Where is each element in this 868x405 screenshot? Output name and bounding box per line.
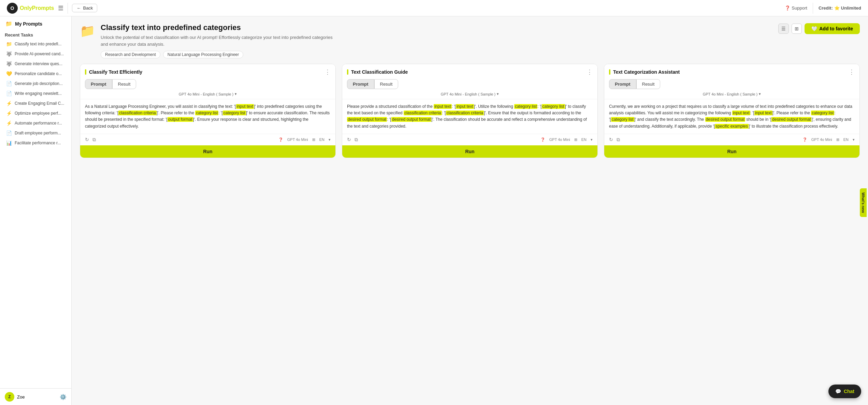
- sidebar-list-item[interactable]: ⚡Optimize employee perf...: [1, 109, 70, 118]
- whats-new-button[interactable]: What's new: [860, 188, 867, 217]
- card-title: Classify Text Efficiently: [89, 69, 142, 75]
- footer-lang-label: EN: [843, 138, 849, 142]
- sidebar-item-icon: 📄: [6, 91, 12, 96]
- tab-prompt[interactable]: Prompt: [85, 79, 112, 89]
- footer-lang-label: EN: [581, 138, 587, 142]
- run-button[interactable]: Run: [80, 145, 335, 158]
- model-select[interactable]: GPT 4o Mini - English ( Sample ) ▾: [342, 89, 597, 99]
- sidebar-list-item[interactable]: 📁Classify text into predefi...: [1, 39, 70, 49]
- highlight: specific examples: [715, 124, 749, 129]
- sidebar-list-item[interactable]: 📄Write engaging newslett...: [1, 89, 70, 98]
- back-button[interactable]: ← Back: [72, 4, 97, 12]
- refresh-icon[interactable]: ↻: [347, 137, 351, 142]
- highlight: classification criteria: [446, 111, 484, 115]
- credit-value: Unlimited: [841, 5, 861, 11]
- sidebar-item-label: Generate interview ques...: [15, 61, 62, 66]
- sidebar-item-label: Facilitate performance r...: [15, 141, 61, 145]
- add-favorite-button[interactable]: 🤍 Add to favorite: [805, 23, 860, 34]
- grid-icon: ⊞: [312, 138, 315, 142]
- sidebar-list-item[interactable]: 💛Personalize candidate o...: [1, 69, 70, 78]
- star-icon: ⭐: [834, 5, 840, 11]
- prompt-card: Classify Text Efficiently ⋮ PromptResult…: [80, 64, 336, 158]
- footer-model-label: GPT 4o Mini: [549, 138, 570, 142]
- sidebar-list-item[interactable]: ⚡Create Engaging Email C...: [1, 99, 70, 108]
- sidebar-footer: Z Zoe ⚙️: [0, 388, 71, 405]
- footer-support-icon: ❓: [278, 138, 283, 142]
- page-header: 📁 Classify text into predefined categori…: [80, 23, 860, 58]
- card-tabs: PromptResult: [604, 76, 859, 89]
- tab-prompt[interactable]: Prompt: [609, 79, 636, 89]
- sidebar-list-item[interactable]: 🐺Generate interview ques...: [1, 59, 70, 69]
- menu-icon[interactable]: ☰: [58, 4, 63, 12]
- page-tag: Research and Development: [101, 51, 160, 58]
- logo: O OnlyPrompts: [7, 3, 54, 14]
- card-footer: ↻ ⧉ ❓ GPT 4o Mini ⊞ EN ▾: [80, 134, 335, 145]
- support-label: Support: [792, 5, 807, 11]
- header-content: Classify text into predefined categories…: [101, 23, 773, 58]
- footer-info: ❓ GPT 4o Mini ⊞ EN ▾: [802, 138, 855, 142]
- back-label: Back: [83, 5, 93, 11]
- card-menu-icon[interactable]: ⋮: [849, 68, 855, 76]
- grid-icon: ⊞: [574, 138, 577, 142]
- highlight: desired output format: [391, 117, 431, 122]
- recent-tasks-label: Recent Tasks: [5, 32, 33, 38]
- refresh-icon[interactable]: ↻: [85, 137, 89, 142]
- chevron-down-icon-footer: ▾: [329, 138, 331, 142]
- card-body: Please provide a structured classificati…: [342, 99, 597, 134]
- card-header: Classify Text Efficiently ⋮: [80, 64, 335, 76]
- card-menu-icon[interactable]: ⋮: [587, 68, 593, 76]
- model-select[interactable]: GPT 4o Mini - English ( Sample ) ▾: [604, 89, 859, 99]
- settings-icon[interactable]: ⚙️: [60, 394, 67, 400]
- sidebar: 📁 My Prompts Recent Tasks 📁Classify text…: [0, 16, 72, 405]
- avatar: Z: [5, 392, 14, 402]
- card-accent: [609, 69, 610, 75]
- highlight: input text: [754, 111, 772, 115]
- copy-icon[interactable]: ⧉: [617, 137, 620, 143]
- heart-icon: 🤍: [811, 26, 817, 31]
- nav-divider-2: [813, 3, 813, 14]
- highlight: desired output format: [705, 117, 745, 122]
- my-prompts-section: 📁 My Prompts: [0, 16, 71, 29]
- sidebar-list-item[interactable]: 📄Generate job description...: [1, 79, 70, 88]
- run-button[interactable]: Run: [342, 145, 597, 158]
- copy-icon[interactable]: ⧉: [355, 137, 358, 143]
- nav-divider: [68, 3, 68, 14]
- model-select[interactable]: GPT 4o Mini - English ( Sample ) ▾: [80, 89, 335, 99]
- sidebar-list-item[interactable]: ⚡Automate performance r...: [1, 118, 70, 128]
- highlight: category list: [611, 117, 634, 122]
- highlight: category list: [223, 111, 246, 115]
- list-view-button[interactable]: ☰: [778, 24, 789, 34]
- sidebar-item-icon: 📄: [6, 130, 12, 136]
- card-body: Currently, we are working on a project t…: [604, 99, 859, 134]
- back-arrow-icon: ←: [76, 5, 81, 11]
- sidebar-item-label: Personalize candidate o...: [15, 71, 62, 76]
- support-icon: ❓: [785, 5, 790, 11]
- sidebar-list-item[interactable]: 📄Draft employee perform...: [1, 128, 70, 138]
- sidebar-item-label: Automate performance r...: [15, 121, 62, 126]
- sidebar-list-item[interactable]: 📊Facilitate performance r...: [1, 138, 70, 148]
- prompt-card: Text Classification Guide ⋮ PromptResult…: [342, 64, 598, 158]
- highlight: category list: [514, 104, 537, 109]
- sidebar-list-item[interactable]: 🐺Provide AI-powered cand...: [1, 49, 70, 59]
- footer-model-label: GPT 4o Mini: [287, 138, 308, 142]
- tab-prompt[interactable]: Prompt: [347, 79, 374, 89]
- grid-view-button[interactable]: ⊞: [792, 24, 802, 34]
- chat-bubble[interactable]: 💬 Chat: [828, 385, 861, 398]
- support-link[interactable]: ❓ Support: [785, 5, 807, 11]
- grid-icon: ⊞: [836, 138, 839, 142]
- sidebar-item-label: Optimize employee perf...: [15, 111, 61, 116]
- footer-actions: ↻ ⧉: [347, 137, 358, 143]
- footer-support-icon: ❓: [540, 138, 545, 142]
- copy-icon[interactable]: ⧉: [92, 137, 96, 143]
- tab-result[interactable]: Result: [374, 79, 399, 89]
- highlight: output format: [168, 117, 193, 122]
- refresh-icon[interactable]: ↻: [609, 137, 613, 142]
- tab-result[interactable]: Result: [636, 79, 661, 89]
- highlight: category list: [195, 111, 218, 115]
- card-menu-icon[interactable]: ⋮: [324, 68, 331, 76]
- sidebar-item-label: Classify text into predefi...: [15, 42, 61, 46]
- header-folder-icon: 📁: [80, 24, 95, 38]
- tab-result[interactable]: Result: [112, 79, 136, 89]
- run-button[interactable]: Run: [604, 145, 859, 158]
- sidebar-item-icon: 💛: [6, 71, 12, 76]
